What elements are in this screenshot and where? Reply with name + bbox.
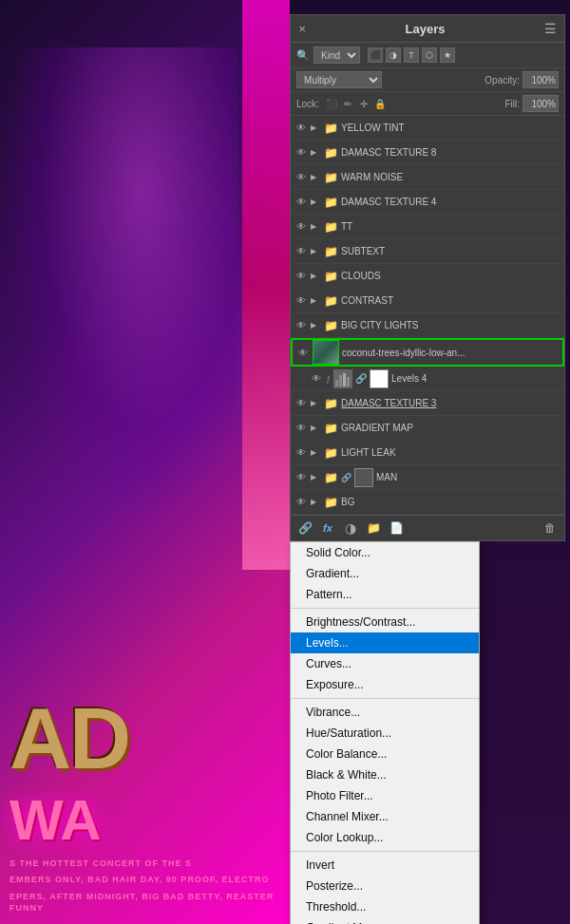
layer-damasc-3[interactable]: 👁 ▶ 📁 DAMASC TEXTURE 3 [291,391,564,416]
menu-item-posterize[interactable]: Posterize... [291,876,479,896]
layer-coconut-trees[interactable]: 👁 coconut-trees-idyllic-low-an... [291,338,564,367]
link-layers-icon[interactable]: 🔗 [296,519,314,537]
delete-layer-icon[interactable]: 🗑 [542,519,559,537]
visibility-icon[interactable]: 👁 [294,446,308,460]
blend-mode-select[interactable]: Multiply [296,71,382,88]
layer-yellow-tint[interactable]: 👁 ▶ 📁 YELLOW TINT [291,116,564,141]
folder-icon: 📁 [323,495,338,510]
visibility-icon[interactable]: 👁 [296,346,310,359]
layer-damasc-4[interactable]: 👁 ▶ 📁 DAMASC TEXTURE 4 [291,190,564,215]
opacity-input[interactable] [522,71,559,88]
menu-item-gradient-map[interactable]: Gradient Map... [291,917,479,924]
poster-big-letters: AD [10,701,280,778]
layer-warm-noise[interactable]: 👁 ▶ 📁 WARM NOISE [291,165,564,190]
menu-item-threshold[interactable]: Threshold... [291,896,479,917]
kind-select[interactable]: Kind [314,47,360,64]
layer-contrast[interactable]: 👁 ▶ 📁 CONTRAST [291,289,564,313]
visibility-icon[interactable]: 👁 [294,496,308,509]
layer-gradient-map[interactable]: 👁 ▶ 📁 GRADIENT MAP [291,416,564,441]
panel-menu-icon[interactable]: ☰ [544,21,557,36]
visibility-icon[interactable]: 👁 [294,294,308,308]
poster-subtitle3: EPERS, AFTER MIDNIGHT, BIG BAD BETTY, RE… [10,891,280,915]
visibility-icon[interactable]: 👁 [294,319,308,332]
layer-name: SUBTEXT [341,246,560,256]
layer-clouds[interactable]: 👁 ▶ 📁 CLOUDS [291,264,564,289]
expand-arrow[interactable]: ▶ [311,123,320,132]
expand-arrow[interactable]: ▶ [311,473,320,481]
folder-icon: 📁 [323,145,338,160]
layer-light-leak[interactable]: 👁 ▶ 📁 LIGHT LEAK [291,441,564,465]
panel-close-icon[interactable]: ✕ [298,24,306,34]
visibility-icon[interactable]: 👁 [294,122,308,135]
add-adjustment-icon[interactable]: ◑ [342,519,359,537]
folder-icon: 📁 [323,195,338,210]
folder-icon: 📁 [323,244,338,259]
lock-all-icon[interactable]: 🔒 [373,97,387,110]
expand-arrow[interactable]: ▶ [311,247,320,255]
layer-damasc-8[interactable]: 👁 ▶ 📁 DAMASC TEXTURE 8 [291,141,564,165]
visibility-icon[interactable]: 👁 [294,171,308,184]
poster-subtitle2: EMBERS ONLY, BAD HAIR DAY, 90 PROOF, ELE… [10,874,280,886]
expand-arrow[interactable]: ▶ [311,272,320,280]
visibility-icon[interactable]: 👁 [294,220,308,234]
pixel-filter-icon[interactable]: ⬛ [368,47,383,63]
lock-position-icon[interactable]: ✏ [341,97,354,110]
svg-rect-3 [347,377,350,387]
menu-item-color-lookup[interactable]: Color Lookup... [291,827,479,848]
layer-big-city-lights[interactable]: 👁 ▶ 📁 BIG CITY LIGHTS [291,313,564,338]
menu-item-brightness-contrast[interactable]: Brightness/Contrast... [291,612,479,632]
visibility-icon[interactable]: 👁 [294,245,308,258]
silhouette-overlay [0,47,238,522]
layer-levels-4[interactable]: 👁 ƒ 🔗 Levels 4 [291,367,564,391]
menu-item-invert[interactable]: Invert [291,855,479,876]
menu-item-hue-saturation[interactable]: Hue/Saturation... [291,723,479,744]
smart-filter-icon[interactable]: ★ [440,47,455,63]
layer-bg[interactable]: 👁 ▶ 📁 BG [291,490,564,515]
expand-arrow[interactable]: ▶ [311,148,320,157]
expand-arrow[interactable]: ▶ [311,173,320,181]
expand-arrow[interactable]: ▶ [311,222,320,231]
visibility-icon[interactable]: 👁 [294,270,308,283]
expand-arrow[interactable]: ▶ [311,498,320,506]
expand-arrow[interactable]: ▶ [311,448,320,457]
new-layer-icon[interactable]: 📄 [388,519,405,537]
expand-arrow[interactable]: ▶ [311,296,320,305]
expand-arrow[interactable]: ▶ [311,321,320,330]
menu-item-solid-color[interactable]: Solid Color... [291,542,479,563]
menu-item-pattern[interactable]: Pattern... [291,584,479,605]
visibility-icon[interactable]: 👁 [294,146,308,160]
menu-item-gradient[interactable]: Gradient... [291,563,479,584]
menu-item-channel-mixer[interactable]: Channel Mixer... [291,806,479,827]
layer-man[interactable]: 👁 ▶ 📁 🔗 MAN [291,465,564,490]
visibility-icon[interactable]: 👁 [294,196,308,209]
menu-item-vibrance[interactable]: Vibrance... [291,702,479,723]
visibility-icon[interactable]: 👁 [310,372,323,386]
layer-tt[interactable]: 👁 ▶ 📁 TT [291,215,564,239]
fill-input[interactable] [522,95,559,112]
menu-item-photo-filter[interactable]: Photo Filter... [291,785,479,806]
type-filter-icon[interactable]: T [404,47,419,63]
layers-panel: ✕ Layers ☰ 🔍 Kind ⬛ ◑ T ⬡ ★ Multiply Opa… [290,14,565,541]
layer-name: coconut-trees-idyllic-low-an... [342,348,559,358]
menu-item-black-white[interactable]: Black & White... [291,764,479,785]
layer-name: DAMASC TEXTURE 8 [341,147,560,158]
menu-item-exposure[interactable]: Exposure... [291,674,479,695]
adjustment-filter-icon[interactable]: ◑ [386,47,401,63]
fx-icon[interactable]: fx [319,519,336,537]
lock-artboards-icon[interactable]: ✛ [357,97,370,110]
fill-label: Fill: [504,99,520,109]
visibility-icon[interactable]: 👁 [294,422,308,435]
menu-item-levels[interactable]: Levels... [291,632,479,653]
lock-pixels-icon[interactable]: ⬛ [325,97,338,110]
expand-arrow[interactable]: ▶ [311,198,320,206]
shape-filter-icon[interactable]: ⬡ [422,47,437,63]
layer-subtext[interactable]: 👁 ▶ 📁 SUBTEXT [291,239,564,264]
expand-arrow[interactable]: ▶ [311,399,320,407]
new-group-icon[interactable]: 📁 [365,519,382,537]
menu-item-curves[interactable]: Curves... [291,653,479,674]
expand-arrow[interactable]: ▶ [311,424,320,432]
visibility-icon[interactable]: 👁 [294,397,308,410]
kind-icons: ⬛ ◑ T ⬡ ★ [368,47,455,63]
visibility-icon[interactable]: 👁 [294,471,308,484]
menu-item-color-balance[interactable]: Color Balance... [291,744,479,764]
